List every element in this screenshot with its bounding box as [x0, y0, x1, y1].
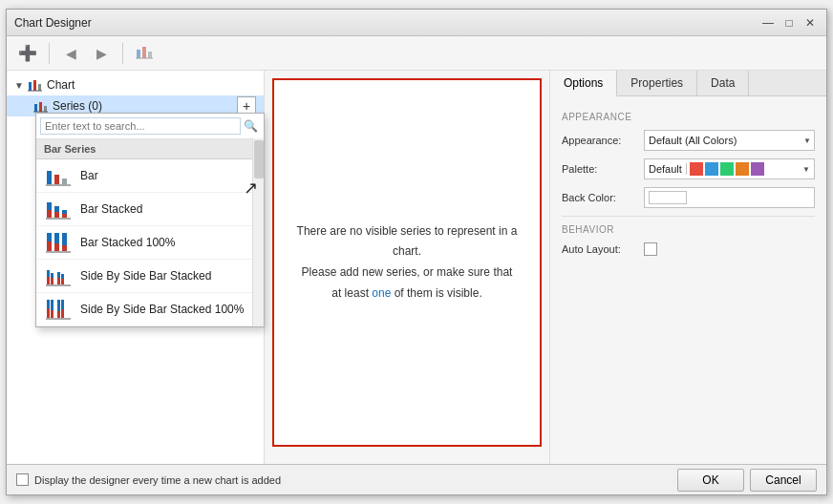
- svg-rect-8: [34, 104, 37, 112]
- svg-rect-21: [62, 214, 67, 218]
- add-button[interactable]: ➕: [14, 40, 41, 67]
- svg-rect-39: [47, 300, 50, 308]
- dropdown-group-header: Bar Series: [36, 139, 264, 159]
- search-icon[interactable]: 🔍: [241, 116, 260, 136]
- svg-rect-12: [47, 171, 52, 184]
- svg-rect-13: [54, 175, 59, 184]
- color-swatch-2: [705, 162, 718, 176]
- svg-rect-44: [57, 311, 60, 318]
- backcolor-row: Back Color:: [562, 187, 815, 208]
- auto-layout-checkbox[interactable]: [644, 242, 657, 256]
- auto-layout-row: Auto Layout:: [562, 242, 815, 256]
- svg-rect-35: [57, 278, 60, 284]
- item-label: Side By Side Bar Stacked: [80, 269, 211, 283]
- svg-rect-26: [54, 243, 59, 251]
- no-series-message: There are no visible series to represent…: [293, 221, 521, 304]
- svg-rect-18: [54, 206, 59, 212]
- appearance-select-wrapper: Default (All Colors): [644, 130, 815, 151]
- appearance-section-label: APPEARANCE: [562, 112, 815, 122]
- right-panel: Options Properties Data APPEARANCE Appea…: [549, 71, 826, 464]
- svg-rect-43: [57, 300, 60, 311]
- list-item[interactable]: Bar: [36, 159, 264, 193]
- dropdown-list: Bar Bar Stacked: [36, 159, 264, 326]
- svg-rect-2: [148, 52, 152, 58]
- appearance-select[interactable]: Default (All Colors): [644, 130, 815, 151]
- maximize-button[interactable]: □: [780, 14, 798, 32]
- tab-properties[interactable]: Properties: [617, 71, 697, 95]
- backcolor-control[interactable]: [644, 187, 815, 208]
- tree-root-label: Chart: [47, 78, 75, 92]
- tree-series-label: Series (0): [53, 99, 102, 113]
- toolbar-separator-2: [122, 43, 123, 64]
- palette-dropdown-arrow[interactable]: ▼: [799, 165, 814, 174]
- svg-rect-42: [51, 310, 53, 318]
- chart-icon: [136, 44, 153, 62]
- svg-rect-34: [57, 272, 60, 278]
- chart-tree-icon: [28, 78, 43, 92]
- svg-rect-31: [47, 277, 50, 284]
- palette-control: Default ▼: [644, 158, 815, 179]
- back-button[interactable]: ◀: [57, 40, 84, 67]
- svg-rect-24: [47, 242, 52, 251]
- left-panel: ▼ Chart: [7, 71, 265, 464]
- svg-rect-27: [62, 233, 67, 245]
- appearance-label: Appearance:: [562, 135, 638, 146]
- list-item[interactable]: Bar Stacked: [36, 193, 264, 226]
- right-tabs: Options Properties Data: [550, 71, 826, 96]
- list-item[interactable]: Side By Side Bar Stacked 100%: [36, 293, 264, 326]
- svg-rect-19: [54, 212, 59, 218]
- series-tree-icon: [33, 99, 49, 113]
- svg-rect-9: [39, 102, 42, 112]
- svg-rect-17: [47, 210, 52, 218]
- ok-button[interactable]: OK: [677, 469, 744, 492]
- svg-rect-16: [47, 202, 52, 210]
- forward-button[interactable]: ▶: [88, 40, 115, 67]
- tab-data[interactable]: Data: [697, 71, 749, 95]
- bottom-left: Display the designer every time a new ch…: [16, 473, 281, 486]
- list-item[interactable]: Side By Side Bar Stacked: [36, 260, 264, 293]
- item-label: Side By Side Bar Stacked 100%: [80, 303, 244, 316]
- window-title: Chart Designer: [14, 16, 92, 30]
- content-area: ▼ Chart: [7, 71, 826, 464]
- color-swatch-4: [736, 162, 749, 176]
- color-swatch-3: [720, 162, 734, 176]
- series-type-dropdown: 🔍 Bar Series Bar: [35, 113, 265, 327]
- auto-layout-label: Auto Layout:: [562, 243, 638, 255]
- svg-rect-6: [38, 84, 41, 91]
- cancel-button[interactable]: Cancel: [750, 469, 817, 492]
- svg-rect-1: [142, 47, 146, 58]
- tab-options[interactable]: Options: [550, 71, 617, 96]
- chart-button[interactable]: [131, 40, 158, 67]
- svg-rect-5: [33, 80, 36, 91]
- close-button[interactable]: ✕: [801, 14, 819, 32]
- svg-rect-10: [44, 106, 47, 112]
- list-item[interactable]: Bar Stacked 100%: [36, 226, 264, 260]
- search-input[interactable]: [40, 117, 241, 135]
- title-bar: Chart Designer — □ ✕: [7, 10, 826, 36]
- bar-stacked100-icon: [46, 232, 71, 253]
- chart-preview: There are no visible series to represent…: [272, 78, 542, 447]
- svg-rect-45: [61, 300, 64, 309]
- svg-rect-37: [61, 279, 64, 284]
- svg-rect-30: [47, 270, 50, 277]
- toolbar: ➕ ◀ ▶: [7, 36, 826, 71]
- palette-row: Palette: Default ▼: [562, 158, 815, 179]
- svg-rect-28: [62, 245, 67, 251]
- title-controls: — □ ✕: [759, 14, 819, 32]
- bar-stacked-icon: [46, 199, 71, 220]
- chart-preview-area: There are no visible series to represent…: [265, 71, 549, 464]
- forward-icon: ▶: [96, 46, 107, 61]
- item-label: Bar Stacked: [80, 202, 142, 216]
- tree-chevron-icon: ▼: [14, 80, 24, 91]
- designer-checkbox[interactable]: [16, 473, 29, 486]
- one-link[interactable]: one: [372, 286, 391, 300]
- section-divider: [562, 216, 815, 217]
- palette-label: Palette:: [562, 163, 638, 175]
- backcolor-swatch: [649, 191, 687, 204]
- minimize-button[interactable]: —: [759, 14, 777, 32]
- designer-checkbox-label: Display the designer every time a new ch…: [34, 474, 281, 486]
- svg-rect-32: [51, 273, 53, 278]
- bottom-bar: Display the designer every time a new ch…: [7, 464, 826, 494]
- tree-root-item[interactable]: ▼ Chart: [7, 74, 264, 95]
- dropdown-scrollbar[interactable]: [252, 138, 264, 326]
